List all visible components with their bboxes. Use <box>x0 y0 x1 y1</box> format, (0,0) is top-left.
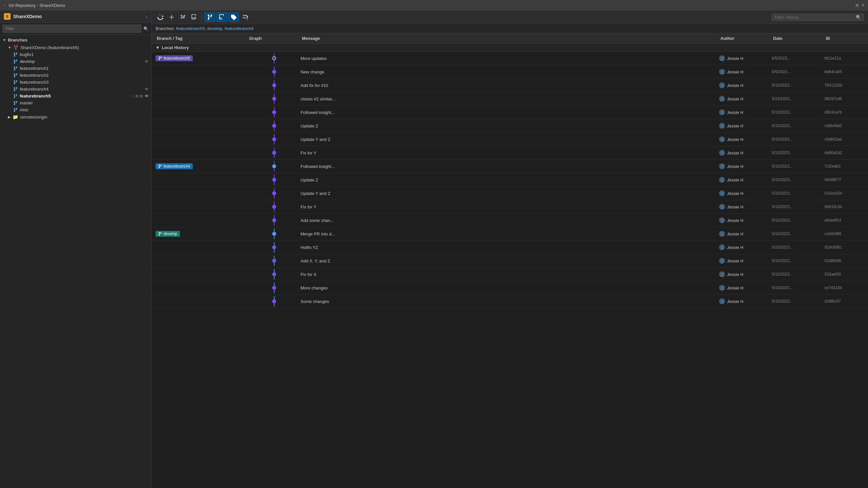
eye-hide-button[interactable] <box>240 13 250 22</box>
svg-point-19 <box>273 178 276 182</box>
commit-graph-button[interactable] <box>217 12 227 22</box>
author-avatar: 👤 <box>719 109 725 115</box>
commit-row[interactable]: featurebranch5More updates👤 Jessie H6/5/… <box>152 52 868 65</box>
author-name: Jessie H <box>727 191 743 196</box>
tag-button[interactable] <box>228 12 239 22</box>
push-button[interactable] <box>189 13 199 22</box>
table-header: Branch / Tag Graph Message Author Date I… <box>152 33 868 44</box>
sidebar-filter-input[interactable] <box>3 25 142 33</box>
history-content: ▼ Local History featurebranch5More updat… <box>152 44 868 488</box>
commit-row[interactable]: developMerge PR into d...👤 Jessie H5/10/… <box>152 227 868 241</box>
commit-graph-cell <box>248 269 301 280</box>
remotes-origin-item[interactable]: ▶ 📁 remotes/origin <box>0 113 151 121</box>
commit-author: 👤 Jessie H <box>719 55 772 61</box>
filter-search-icon[interactable]: 🔍 <box>143 26 149 31</box>
author-name: Jessie H <box>727 137 743 142</box>
branch-view-button[interactable] <box>205 12 215 22</box>
branch-icon <box>13 87 18 92</box>
commit-row[interactable]: Update Y and Z👤 Jessie H5/10/2023...016e… <box>152 187 868 200</box>
branch-header-link-featurebranch4[interactable]: featurebranch4 <box>225 26 253 31</box>
pin-icon[interactable]: ⊞ <box>856 3 859 7</box>
author-avatar: 👤 <box>719 217 725 223</box>
sidebar-header: S ShareXDemo › <box>0 10 151 23</box>
filter-search-icon[interactable]: 🔍 <box>856 15 861 20</box>
commit-row[interactable]: Update Z👤 Jessie H5/10/2023...cd0b48d0 <box>152 119 868 133</box>
branch-item-misc[interactable]: misc <box>0 106 151 113</box>
main-content: 🔍 Branches: featurebranch5, develop, fea… <box>152 10 868 488</box>
commit-id: 533aef30 <box>825 272 864 276</box>
commit-author: 👤 Jessie H <box>719 258 772 264</box>
commit-row[interactable]: featurebranch4Followed insight...👤 Jessi… <box>152 160 868 173</box>
commit-id: e60edf14 <box>825 218 864 223</box>
author-avatar: 👤 <box>719 123 725 129</box>
commit-row[interactable]: Update Y and Z👤 Jessie H5/10/2023...c6db… <box>152 133 868 146</box>
repo-root-name: ShareXDemo (featurebranch5) <box>21 45 149 50</box>
commit-row[interactable]: Fix for Y👤 Jessie H5/10/2023...da90a2d2 <box>152 146 868 160</box>
branch-item-featurebranch5[interactable]: featurebranch5↑↓ 0 / 0👁 <box>0 93 151 99</box>
eye-icon[interactable]: 👁 <box>145 59 149 64</box>
toolbar: 🔍 <box>152 10 868 24</box>
commit-row[interactable]: Fix for X👤 Jessie H5/10/2023...533aef30 <box>152 268 868 281</box>
commit-row[interactable]: New change👤 Jessie H6/5/2023...be84ca05 <box>152 65 868 79</box>
sidebar: S ShareXDemo › 🔍 ▼ Branches ▼ <box>0 10 152 488</box>
close-icon[interactable]: ✕ <box>861 3 865 7</box>
commit-row[interactable]: Add some chan...👤 Jessie H5/10/2023...e6… <box>152 214 868 227</box>
sidebar-collapse-button[interactable]: › <box>146 13 147 20</box>
commit-row[interactable]: Fix for Y👤 Jessie H5/10/2023...0b633c3d <box>152 200 868 214</box>
commit-row[interactable]: Add fix for #10👤 Jessie H5/10/2023...764… <box>152 79 868 92</box>
commit-date: 5/24/2023... <box>772 96 825 101</box>
commit-author: 👤 Jessie H <box>719 82 772 88</box>
branch-item-featurebranch4[interactable]: featurebranch4👁 <box>0 86 151 93</box>
commit-author: 👤 Jessie H <box>719 298 772 304</box>
branch-icon <box>13 108 18 112</box>
svg-point-21 <box>273 192 276 195</box>
branch-item-featurebranch3[interactable]: featurebranch3 <box>0 79 151 86</box>
commit-author: 👤 Jessie H <box>719 204 772 210</box>
author-avatar: 👤 <box>719 177 725 183</box>
branch-icon <box>13 73 18 78</box>
eye-icon[interactable]: 👁 <box>145 87 149 92</box>
branch-name-label: bugfix1 <box>20 52 149 57</box>
fetch-button[interactable] <box>167 13 177 22</box>
branch-icon <box>13 94 18 98</box>
eye-icon[interactable]: 👁 <box>145 94 149 98</box>
branch-header-link-featurebranch5[interactable]: featurebranch5 <box>176 26 205 31</box>
title-text: Git Repository - ShareXDemo <box>8 3 853 8</box>
branch-item-master[interactable]: master <box>0 99 151 106</box>
pull-button[interactable] <box>178 13 188 22</box>
svg-point-29 <box>273 246 276 249</box>
commit-author: 👤 Jessie H <box>719 244 772 250</box>
commit-author: 👤 Jessie H <box>719 150 772 156</box>
branch-item-featurebranch1[interactable]: featurebranch1 <box>0 65 151 72</box>
commit-row[interactable]: Followed insight...👤 Jessie H5/10/2023..… <box>152 106 868 119</box>
branch-item-develop[interactable]: develop👁 <box>0 58 151 65</box>
branch-item-featurebranch2[interactable]: featurebranch2 <box>0 72 151 79</box>
col-date: Date <box>772 35 825 41</box>
expand-triangle-icon: ▼ <box>3 38 6 42</box>
author-name: Jessie H <box>727 218 743 223</box>
local-history-header: ▼ Local History <box>152 44 868 52</box>
branches-section-header[interactable]: ▼ Branches <box>0 36 151 44</box>
filter-history-input[interactable] <box>775 15 854 20</box>
commit-row[interactable]: More changes👤 Jessie H5/10/2023...ce7431… <box>152 281 868 295</box>
commit-id: d1f86c57 <box>825 299 864 303</box>
refresh-button[interactable] <box>156 13 165 22</box>
commit-id: 864f9677 <box>825 177 864 182</box>
commit-author: 👤 Jessie H <box>719 271 772 277</box>
commit-row[interactable]: Hotfix YZ👤 Jessie H5/10/2023...919c895c <box>152 241 868 254</box>
commit-graph-cell <box>248 94 301 104</box>
author-avatar: 👤 <box>719 163 725 169</box>
commit-row[interactable]: closes #2 similar...👤 Jessie H5/24/2023.… <box>152 92 868 106</box>
branch-name-label: misc <box>20 107 149 112</box>
commit-author: 👤 Jessie H <box>719 136 772 142</box>
commit-id: 016ea334 <box>825 191 864 196</box>
commit-row[interactable]: Update Z👤 Jessie H5/10/2023...864f9677 <box>152 173 868 187</box>
remotes-origin-label: remotes/origin <box>20 115 149 120</box>
commit-row[interactable]: Add X, Y, and Z👤 Jessie H5/10/2023...019… <box>152 254 868 268</box>
commit-message: Merge PR into d... <box>301 231 719 236</box>
commit-message: Followed insight... <box>301 110 719 115</box>
branch-item-bugfix1[interactable]: bugfix1 <box>0 51 151 58</box>
branch-header-link-develop[interactable]: develop <box>207 26 222 31</box>
repo-root-item[interactable]: ▼ ShareXDemo (featurebranch5) <box>0 44 151 51</box>
commit-row[interactable]: Some changes👤 Jessie H5/10/2023...d1f86c… <box>152 295 868 308</box>
